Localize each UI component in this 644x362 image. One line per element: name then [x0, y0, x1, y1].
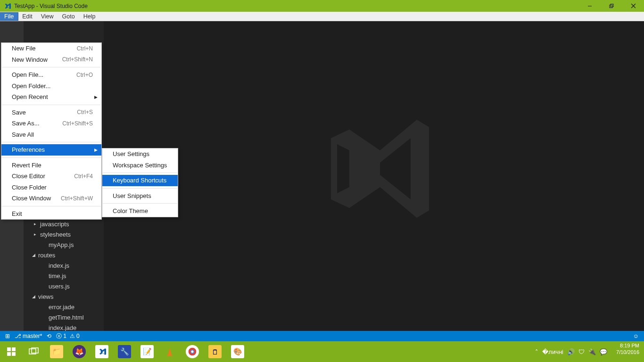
warning-icon: ⚠ [70, 333, 75, 339]
tray-security-icon[interactable]: 🛡 [578, 348, 585, 355]
tree-item-label: index.jade [47, 324, 76, 331]
menu-item-label: Close Folder [12, 184, 47, 191]
taskbar-file-explorer[interactable]: 📁 [45, 341, 68, 362]
paint-icon: 🎨 [231, 345, 244, 358]
taskbar-app-1[interactable]: 🔧 [113, 341, 136, 362]
menu-item-label: Preferences [12, 146, 45, 153]
status-git-branch[interactable]: ⎇master* [12, 333, 44, 339]
menu-item-label: Open File... [12, 71, 43, 78]
file-menu-item[interactable]: SaveCtrl+S [1, 107, 101, 118]
tree-folder[interactable]: ◢views [24, 291, 104, 302]
taskbar-paint[interactable]: 🎨 [226, 341, 249, 362]
vlc-icon [163, 345, 176, 358]
menu-help[interactable]: Help [79, 13, 100, 20]
editor-area[interactable] [104, 21, 644, 331]
menu-separator [2, 142, 101, 142]
prefs-menu-item[interactable]: Color Theme [102, 206, 178, 217]
tree-file[interactable]: getTime.html [24, 312, 104, 322]
menu-item-label: Save All [12, 131, 34, 138]
file-menu-item[interactable]: Exit [1, 208, 101, 220]
app-icon: 🔧 [118, 345, 131, 358]
menu-file[interactable]: File [0, 13, 18, 20]
minimize-button[interactable] [579, 0, 601, 12]
taskbar-chrome[interactable] [181, 341, 204, 362]
prefs-menu-item[interactable]: Keyboard Shortcuts [102, 175, 178, 186]
menu-item-label: Revert File [12, 162, 41, 169]
file-menu-item[interactable]: Save As...Ctrl+Shift+S [1, 118, 101, 129]
tree-file[interactable]: index.js [24, 260, 104, 271]
file-menu-dropdown: New FileCtrl+NNew WindowCtrl+Shift+NOpen… [1, 42, 102, 220]
menu-item-shortcut: Ctrl+Shift+N [62, 56, 93, 63]
tree-file[interactable]: error.jade [24, 302, 104, 312]
windows-taskbar: 📁 🦊 🔧 📝 🗒 🎨 ˄ �личні 🔊 🛡 🔌 💬 8:19 PM 7/1… [0, 341, 644, 362]
status-sync[interactable]: ⟲ [44, 333, 54, 339]
chevron-right-icon: ▶ [94, 95, 98, 99]
svg-point-15 [191, 351, 194, 353]
menu-edit[interactable]: Edit [18, 13, 37, 20]
menu-item-shortcut: Ctrl+Shift+W [61, 195, 93, 202]
tree-folder[interactable]: ◢routes [24, 250, 104, 260]
tree-folder[interactable]: ▸stylesheets [24, 229, 104, 239]
tree-file[interactable]: users.js [24, 281, 104, 291]
file-menu-item[interactable]: New FileCtrl+N [1, 43, 101, 54]
prefs-menu-item[interactable]: Workspace Settings [102, 160, 178, 171]
tray-power-icon[interactable]: 🔌 [588, 348, 596, 355]
file-menu-item[interactable]: Open Folder... [1, 81, 101, 92]
taskbar-app-2[interactable]: 📝 [136, 341, 158, 362]
file-menu-item[interactable]: Close Folder [1, 182, 101, 193]
tree-file[interactable]: time.js [24, 271, 104, 281]
menu-goto[interactable]: Goto [58, 13, 79, 20]
tree-folder[interactable]: ▸javascripts [24, 219, 104, 229]
tree-file[interactable]: index.jade [24, 322, 104, 331]
tree-file[interactable]: myApp.js [24, 239, 104, 250]
menu-item-label: User Snippets [113, 192, 151, 199]
prefs-menu-item[interactable]: User Snippets [102, 190, 178, 202]
taskbar-clock[interactable]: 8:19 PM 7/10/2016 [616, 342, 641, 355]
status-feedback[interactable]: ☺ [631, 333, 641, 339]
prefs-menu-item[interactable]: User Settings [102, 148, 178, 160]
file-menu-item[interactable]: Save All [1, 129, 101, 140]
system-tray[interactable]: ˄ �личні 🔊 🛡 🔌 💬 [535, 341, 607, 362]
smile-icon: ☺ [633, 333, 639, 339]
chevron-down-icon: ◢ [32, 294, 37, 299]
menu-item-label: Open Recent [12, 93, 48, 100]
tray-action-center-icon[interactable]: 💬 [600, 348, 607, 355]
file-menu-item[interactable]: Open Recent▶ [1, 91, 101, 103]
tree-item-label: routes [37, 252, 55, 259]
status-open-window[interactable]: ⊞ [3, 333, 12, 339]
tray-chevron-up-icon[interactable]: ˄ [535, 348, 538, 355]
vscode-icon [95, 345, 108, 358]
start-button[interactable] [0, 341, 23, 362]
tray-volume-icon[interactable]: 🔊 [567, 348, 575, 355]
maximize-button[interactable] [601, 0, 622, 12]
tree-item-label: users.js [47, 283, 70, 290]
close-button[interactable] [622, 0, 644, 12]
menu-item-label: Close Editor [12, 173, 45, 180]
taskbar-vscode[interactable] [91, 341, 113, 362]
menu-item-shortcut: Ctrl+O [76, 72, 93, 78]
file-menu-item[interactable]: Preferences▶ [1, 144, 101, 156]
menu-view[interactable]: View [37, 13, 58, 20]
chevron-down-icon: ◢ [32, 253, 37, 257]
svg-rect-8 [12, 352, 16, 356]
sync-icon: ⟲ [47, 333, 51, 339]
file-menu-item[interactable]: Close EditorCtrl+F4 [1, 171, 101, 182]
file-menu-item[interactable]: Revert File [1, 160, 101, 171]
status-bar: ⊞ ⎇master* ⟲ ⓧ1 ⚠0 ☺ [0, 331, 644, 341]
taskbar-sticky-notes[interactable]: 🗒 [204, 341, 226, 362]
taskbar-vlc[interactable] [158, 341, 181, 362]
task-view-button[interactable] [23, 341, 45, 362]
menu-item-label: Workspace Settings [113, 162, 167, 169]
tray-wifi-icon[interactable]: �личні [542, 348, 563, 355]
file-menu-item[interactable]: New WindowCtrl+Shift+N [1, 54, 101, 66]
window-title: TestApp - Visual Studio Code [14, 3, 88, 9]
chevron-right-icon: ▸ [34, 222, 39, 226]
notepad-icon: 📝 [140, 345, 154, 358]
status-problems[interactable]: ⓧ1 ⚠0 [54, 332, 82, 340]
menubar: File Edit View Goto Help [0, 12, 644, 21]
tree-item-label: stylesheets [39, 231, 71, 238]
tree-item-label: error.jade [47, 304, 74, 311]
taskbar-firefox[interactable]: 🦊 [68, 341, 91, 362]
file-menu-item[interactable]: Open File...Ctrl+O [1, 69, 101, 81]
file-menu-item[interactable]: Close WindowCtrl+Shift+W [1, 193, 101, 204]
